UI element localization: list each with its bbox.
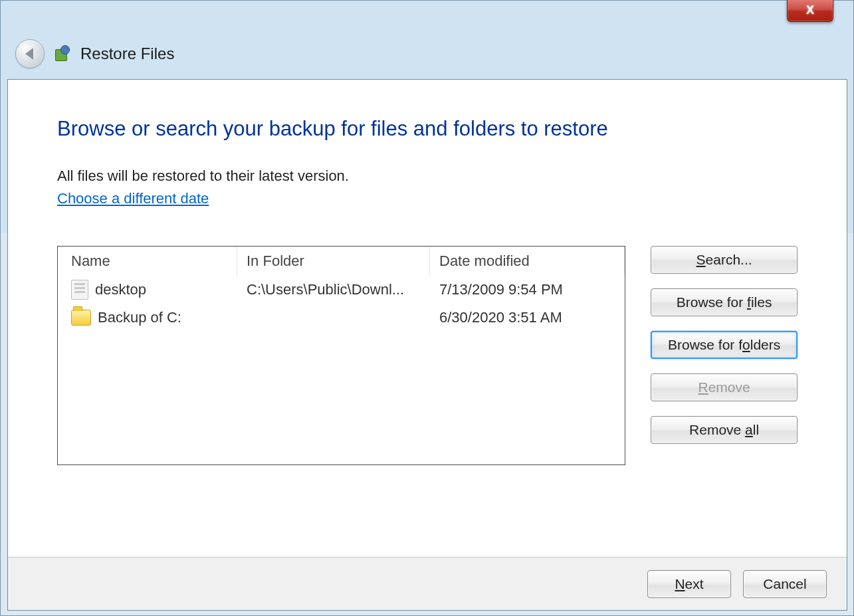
side-button-group: Search... Browse for files Browse for fo… [651, 246, 798, 465]
remove-all-label: Remove all [689, 422, 759, 438]
close-icon: X [806, 3, 814, 17]
restore-icon [54, 45, 71, 62]
browse-folders-label: Browse for folders [668, 337, 780, 353]
list-item[interactable]: Backup of C: 6/30/2020 3:51 AM [58, 304, 625, 332]
cancel-label: Cancel [763, 576, 806, 592]
restore-files-window: X Restore Files Browse or search your ba… [0, 0, 854, 616]
file-icon [71, 280, 88, 300]
list-body: desktop C:\Users\Public\Downl... 7/13/20… [58, 276, 625, 332]
close-button[interactable]: X [787, 0, 833, 22]
window-title: Restore Files [80, 45, 174, 63]
list-item[interactable]: desktop C:\Users\Public\Downl... 7/13/20… [58, 276, 625, 304]
browse-files-button[interactable]: Browse for files [651, 288, 798, 316]
item-date: 6/30/2020 3:51 AM [430, 309, 625, 326]
list-header: Name In Folder Date modified [58, 247, 625, 276]
item-name: desktop [95, 281, 146, 298]
version-note: All files will be restored to their late… [57, 167, 798, 185]
back-arrow-icon [25, 48, 33, 60]
column-in-folder[interactable]: In Folder [237, 247, 430, 276]
search-button[interactable]: Search... [651, 246, 798, 274]
footer-bar: Next Cancel [8, 557, 847, 610]
next-label: Next [675, 576, 703, 592]
browse-folders-button[interactable]: Browse for folders [651, 331, 798, 359]
remove-button[interactable]: Remove [651, 373, 798, 401]
file-list[interactable]: Name In Folder Date modified desktop C:\… [57, 246, 625, 465]
choose-date-link[interactable]: Choose a different date [57, 190, 209, 207]
page-headline: Browse or search your backup for files a… [57, 117, 798, 141]
remove-label: Remove [698, 379, 750, 395]
item-name: Backup of C: [98, 309, 181, 326]
browse-files-label: Browse for files [677, 294, 772, 310]
column-date-modified[interactable]: Date modified [430, 247, 625, 276]
folder-icon [71, 310, 91, 326]
back-button[interactable] [15, 39, 45, 68]
search-label: Search... [696, 252, 752, 268]
item-date: 7/13/2009 9:54 PM [430, 281, 625, 298]
content-panel: Browse or search your backup for files a… [7, 79, 847, 611]
next-button[interactable]: Next [647, 570, 731, 598]
window-header: Restore Files [15, 39, 174, 68]
column-name[interactable]: Name [58, 247, 237, 276]
item-folder: C:\Users\Public\Downl... [237, 281, 430, 298]
cancel-button[interactable]: Cancel [743, 570, 827, 598]
remove-all-button[interactable]: Remove all [651, 416, 798, 444]
